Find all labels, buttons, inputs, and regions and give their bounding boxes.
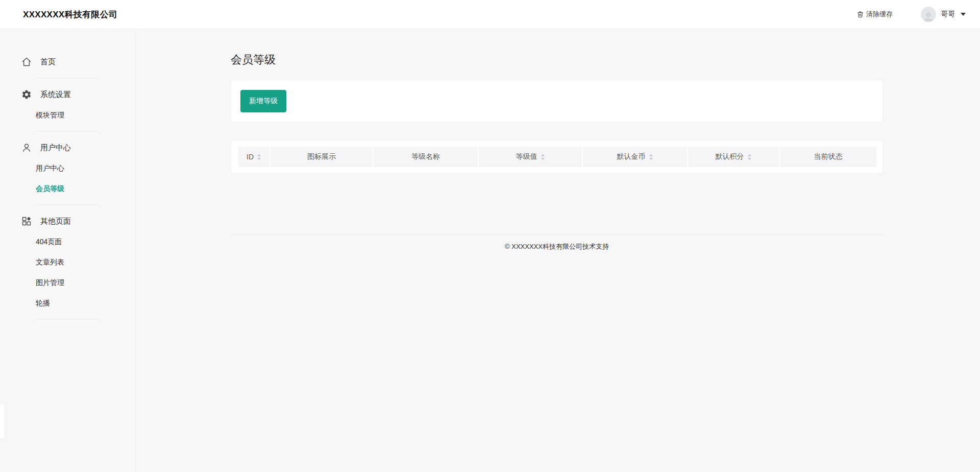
add-level-button[interactable]: 新增等级 bbox=[240, 90, 286, 112]
member-level-table: ID图标展示等级名称等级值默认金币默认积分当前状态 bbox=[238, 147, 876, 167]
column-label: 默认积分 bbox=[716, 152, 744, 161]
page-title: 会员等级 bbox=[231, 52, 980, 67]
trash-icon bbox=[857, 11, 864, 18]
sidebar-item-article-list[interactable]: 文章列表 bbox=[0, 252, 135, 272]
sort-icon[interactable] bbox=[747, 154, 752, 160]
sidebar-item-label: 模块管理 bbox=[36, 110, 64, 120]
column-header-id[interactable]: ID bbox=[238, 147, 270, 167]
sidebar-item-404-page[interactable]: 404页面 bbox=[0, 231, 135, 252]
top-navbar: XXXXXXX科技有限公司 清除缓存 哥哥 bbox=[0, 0, 980, 29]
column-header-name: 等级名称 bbox=[373, 147, 478, 167]
company-logo: XXXXXXX科技有限公司 bbox=[23, 9, 117, 20]
sort-icon[interactable] bbox=[649, 154, 653, 160]
sidebar-item-label: 其他页面 bbox=[40, 216, 71, 226]
column-header-points[interactable]: 默认积分 bbox=[688, 147, 779, 167]
main-content: 会员等级 新增等级 ID图标展示等级名称等级值默认金币默认积分当前状态 © XX… bbox=[136, 29, 980, 472]
sidebar-divider bbox=[36, 204, 99, 205]
sidebar-item-image-management[interactable]: 图片管理 bbox=[0, 272, 135, 293]
sidebar-collapse-handle[interactable] bbox=[0, 404, 5, 439]
column-header-icon: 图标展示 bbox=[270, 147, 373, 167]
sidebar-divider bbox=[36, 78, 99, 79]
sidebar-item-module-management[interactable]: 模块管理 bbox=[0, 105, 135, 125]
sort-icon[interactable] bbox=[257, 154, 261, 160]
home-icon bbox=[21, 57, 32, 67]
sidebar-item-label: 系统设置 bbox=[40, 89, 71, 100]
sidebar-divider bbox=[36, 319, 99, 320]
sidebar-menu: 首页系统设置模块管理用户中心用户中心会员等级其他页面404页面文章列表图片管理轮… bbox=[0, 29, 136, 472]
user-menu[interactable]: 哥哥 bbox=[921, 7, 966, 22]
sidebar-item-member-level[interactable]: 会员等级 bbox=[0, 178, 135, 199]
sidebar-item-label: 会员等级 bbox=[36, 183, 64, 194]
sidebar-item-label: 用户中心 bbox=[36, 163, 64, 173]
page-layout: 首页系统设置模块管理用户中心用户中心会员等级其他页面404页面文章列表图片管理轮… bbox=[0, 29, 980, 472]
column-label: 等级名称 bbox=[411, 152, 440, 161]
clear-cache-label: 清除缓存 bbox=[866, 10, 893, 19]
column-header-gold[interactable]: 默认金币 bbox=[582, 147, 688, 167]
sidebar-item-label: 首页 bbox=[40, 57, 56, 67]
toolbar-card: 新增等级 bbox=[231, 80, 883, 123]
grid-icon bbox=[21, 216, 32, 226]
gear-icon bbox=[21, 89, 32, 100]
sidebar-item-label: 图片管理 bbox=[36, 277, 64, 288]
sidebar-item-label: 文章列表 bbox=[36, 257, 64, 267]
sidebar-item-other-pages[interactable]: 其他页面 bbox=[0, 211, 135, 231]
sidebar-item-label: 404页面 bbox=[36, 237, 62, 247]
sidebar-item-system-settings[interactable]: 系统设置 bbox=[0, 84, 135, 105]
table-header-row: ID图标展示等级名称等级值默认金币默认积分当前状态 bbox=[238, 147, 876, 167]
column-header-level[interactable]: 等级值 bbox=[478, 147, 582, 167]
username: 哥哥 bbox=[941, 10, 955, 19]
column-label: 默认金币 bbox=[617, 152, 646, 161]
sidebar-item-carousel[interactable]: 轮播 bbox=[0, 293, 135, 313]
navbar-right: 清除缓存 哥哥 bbox=[857, 7, 966, 22]
sidebar-item-user-center-sub[interactable]: 用户中心 bbox=[0, 158, 135, 178]
column-label: 当前状态 bbox=[814, 152, 843, 161]
clear-cache-button[interactable]: 清除缓存 bbox=[857, 10, 893, 19]
column-label: 图标展示 bbox=[307, 152, 336, 161]
column-header-status: 当前状态 bbox=[779, 147, 876, 167]
sidebar-item-user-center[interactable]: 用户中心 bbox=[0, 137, 135, 158]
column-label: ID bbox=[247, 153, 254, 161]
page-footer: © XXXXXXX科技有限公司技术支持 bbox=[231, 234, 883, 251]
column-label: 等级值 bbox=[516, 152, 537, 161]
sort-icon[interactable] bbox=[541, 154, 545, 160]
member-level-table-card: ID图标展示等级名称等级值默认金币默认积分当前状态 bbox=[231, 140, 883, 174]
sidebar-divider bbox=[36, 131, 99, 132]
sidebar-item-label: 用户中心 bbox=[40, 143, 71, 153]
sidebar-item-label: 轮播 bbox=[36, 298, 50, 308]
avatar bbox=[921, 7, 936, 22]
sidebar-item-home[interactable]: 首页 bbox=[0, 52, 135, 72]
chevron-down-icon bbox=[961, 13, 966, 16]
user-icon bbox=[21, 143, 32, 153]
